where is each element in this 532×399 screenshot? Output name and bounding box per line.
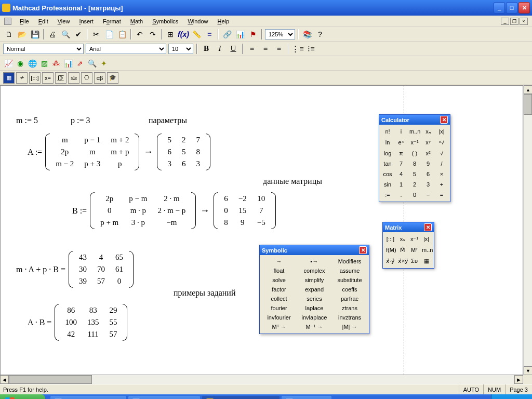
palette-cell[interactable]: f(M) — [384, 245, 396, 256]
symbolic-palette-button[interactable]: 🎓 — [107, 72, 118, 84]
underline-button[interactable]: U — [228, 43, 239, 55]
surface-plot-icon[interactable]: 🌐 — [27, 59, 37, 68]
calculator-panel-close[interactable]: ✕ — [440, 116, 448, 124]
expr-A-times-B[interactable]: A · B = 868329100135554211157 — [28, 304, 127, 341]
palette-cell[interactable]: = — [435, 190, 448, 200]
label-examples[interactable]: примеры заданий — [174, 288, 235, 298]
copy-button[interactable]: 📄 — [103, 29, 115, 40]
palette-cell[interactable]: . — [394, 190, 408, 200]
palette-cell[interactable]: complex — [297, 266, 332, 275]
contour-plot-icon[interactable]: ▨ — [39, 59, 49, 68]
palette-cell[interactable]: 6 — [421, 169, 435, 179]
cut-button[interactable]: ✂ — [90, 29, 102, 40]
palette-cell[interactable]: invlaplace — [297, 313, 332, 322]
symbolic-panel-close[interactable]: ✕ — [359, 246, 367, 254]
scroll-up-button[interactable]: ▲ — [524, 85, 532, 94]
worksheet[interactable]: m := 5 p := 3 параметры A := mp − 1m + 2… — [0, 85, 523, 375]
maximize-button[interactable]: □ — [506, 2, 517, 14]
palette-cell[interactable]: xₙ — [396, 234, 408, 245]
italic-button[interactable]: I — [214, 43, 225, 55]
scroll-down-button[interactable]: ▼ — [524, 366, 532, 375]
palette-cell[interactable]: x⁻¹ — [408, 137, 421, 148]
palette-cell[interactable]: x² — [421, 148, 435, 158]
trace-plot-icon[interactable]: ✦ — [99, 59, 109, 68]
polar-plot-icon[interactable]: ◉ — [15, 59, 25, 68]
boolean-palette-button[interactable]: ≤≥ — [68, 72, 79, 84]
horizontal-scrollbar[interactable]: ◀ ▶ — [0, 375, 523, 384]
vector-palette-button[interactable]: [:::] — [29, 72, 41, 84]
spellcheck-button[interactable]: ✔ — [73, 29, 84, 40]
palette-cell[interactable]: 1 — [394, 179, 408, 190]
redo-button[interactable]: ↷ — [147, 29, 158, 40]
numbering-button[interactable]: ⁝≡ — [305, 43, 317, 55]
palette-cell[interactable]: |x| — [435, 126, 448, 137]
palette-cell[interactable]: n! — [381, 126, 394, 137]
palette-cell[interactable]: → — [261, 257, 297, 266]
calculus-palette-button[interactable]: ∫⅀ — [55, 72, 66, 84]
palette-cell[interactable]: Συ — [408, 256, 420, 267]
calculator-palette-button[interactable]: ▦ — [3, 72, 15, 84]
start-button[interactable]: пуск — [0, 394, 45, 399]
palette-cell[interactable]: factor — [261, 285, 297, 294]
scroll-left-button[interactable]: ◀ — [0, 375, 9, 384]
save-button[interactable]: 💾 — [29, 29, 41, 40]
mdi-restore-button[interactable]: ❐ — [510, 18, 518, 25]
calculator-panel[interactable]: Calculator✕ n!im..nxₙ|x|lneˣx⁻¹xʸⁿ√logπ(… — [379, 114, 450, 202]
graph-palette-button[interactable]: ≁ — [16, 72, 28, 84]
vertical-scrollbar[interactable]: ▲ ▼ — [523, 85, 532, 375]
palette-cell[interactable]: collect — [261, 294, 297, 303]
bar-plot-icon[interactable]: 📊 — [63, 59, 73, 68]
menu-file[interactable]: File — [16, 17, 33, 25]
taskbar-item[interactable]: Статья - Microsoft W... — [50, 396, 126, 399]
palette-cell[interactable]: series — [297, 294, 332, 303]
palette-cell[interactable]: m..n — [408, 126, 421, 137]
xy-plot-icon[interactable]: 📈 — [3, 59, 14, 68]
scroll-right-button[interactable]: ▶ — [514, 375, 523, 384]
menu-format[interactable]: Format — [99, 17, 125, 25]
expr-B[interactable]: B := 2pp − m2 · m0m · p2 · m − pp + m3 ·… — [72, 192, 276, 229]
menu-math[interactable]: Math — [126, 17, 147, 25]
expr-mA-plus-pB[interactable]: m · A + p · B = 4346530706139570 — [16, 251, 134, 288]
zoom-plot-icon[interactable]: 🔍 — [87, 59, 97, 68]
palette-cell[interactable]: ln — [381, 137, 394, 148]
evaluation-palette-button[interactable]: x= — [42, 72, 54, 84]
palette-cell[interactable]: assume — [332, 266, 367, 275]
align-right-button[interactable]: ≡ — [273, 43, 285, 55]
palette-cell[interactable]: fourier — [261, 303, 297, 313]
zoom-select[interactable]: 125% — [265, 29, 295, 39]
palette-cell[interactable]: M⃗ — [396, 245, 408, 256]
run-button[interactable]: ⚑ — [247, 29, 259, 40]
palette-cell[interactable]: Mᵀ — [408, 245, 420, 256]
palette-cell[interactable]: 9 — [421, 158, 435, 169]
palette-cell[interactable]: ⁿ√ — [435, 137, 448, 148]
palette-cell[interactable]: invfourier — [261, 313, 297, 322]
palette-cell[interactable]: expand — [297, 285, 332, 294]
align-regions-button[interactable]: ⊞ — [165, 29, 176, 40]
help-button[interactable]: ? — [314, 29, 326, 40]
align-center-button[interactable]: ≡ — [260, 43, 271, 55]
style-select[interactable]: Normal — [3, 44, 84, 54]
menu-view[interactable]: View — [54, 17, 74, 25]
matrix-panel-close[interactable]: ✕ — [424, 223, 432, 231]
taskbar-item[interactable]: Фестиваль педагог... — [128, 396, 200, 399]
palette-cell[interactable]: Mᵀ → — [261, 322, 297, 332]
palette-cell[interactable]: [:::] — [384, 234, 396, 245]
palette-cell[interactable]: simplify — [297, 275, 332, 285]
minimize-button[interactable]: _ — [494, 2, 505, 14]
label-params[interactable]: параметры — [149, 116, 187, 125]
palette-cell[interactable]: cos — [381, 169, 394, 179]
palette-cell[interactable]: ( ) — [408, 148, 421, 158]
fontsize-select[interactable]: 10 — [168, 44, 193, 54]
palette-cell[interactable]: M⁻¹ → — [297, 322, 332, 332]
3d-scatter-icon[interactable]: ⁂ — [51, 59, 61, 68]
print-button[interactable]: 🖨 — [47, 29, 58, 40]
palette-cell[interactable]: invztrans — [332, 313, 367, 322]
palette-cell[interactable]: i — [394, 126, 408, 137]
vector-plot-icon[interactable]: ⇗ — [75, 59, 85, 68]
taskbar-item[interactable]: Mathcad Professional... — [202, 396, 280, 399]
palette-cell[interactable]: sin — [381, 179, 394, 190]
print-preview-button[interactable]: 🔍 — [60, 29, 71, 40]
label-data[interactable]: данные матрицы — [263, 177, 322, 186]
palette-cell[interactable]: m..n — [420, 245, 432, 256]
palette-cell[interactable]: 8 — [408, 158, 421, 169]
